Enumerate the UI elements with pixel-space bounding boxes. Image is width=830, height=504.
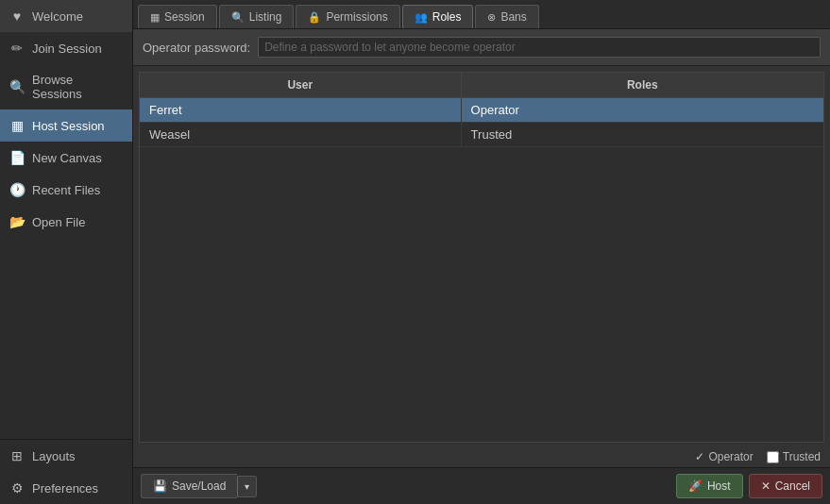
trusted-checkbox-label: Trusted bbox=[783, 450, 821, 463]
checkbox-operator[interactable]: ✓ Operator bbox=[695, 450, 753, 463]
browse-sessions-icon: 🔍 bbox=[9, 79, 25, 94]
table-row[interactable]: Ferret Operator bbox=[140, 98, 823, 123]
cancel-button[interactable]: ✕ Cancel bbox=[749, 474, 822, 498]
roles-table: User Roles Ferret Operator Weasel Truste… bbox=[140, 73, 823, 147]
col-user: User bbox=[140, 73, 461, 98]
role-checkboxes-row: ✓ Operator Trusted bbox=[133, 446, 830, 467]
bans-tab-icon: ⊗ bbox=[487, 11, 496, 24]
sidebar-label-welcome: Welcome bbox=[32, 9, 83, 24]
sidebar-main-items: ♥ Welcome ✏ Join Session 🔍 Browse Sessio… bbox=[0, 0, 132, 238]
sidebar-bottom: ⊞ Layouts ⚙ Preferences bbox=[0, 439, 132, 504]
sidebar-label-open-file: Open File bbox=[32, 215, 85, 229]
sidebar-label-layouts: Layouts bbox=[32, 449, 76, 463]
cell-role-0: Operator bbox=[461, 98, 823, 123]
cancel-label: Cancel bbox=[775, 479, 810, 493]
session-tab-label: Session bbox=[164, 10, 205, 24]
tab-listing[interactable]: 🔍 Listing bbox=[219, 5, 295, 28]
table-row[interactable]: Weasel Trusted bbox=[140, 123, 823, 147]
col-roles: Roles bbox=[461, 73, 823, 98]
permissions-tab-icon: 🔒 bbox=[308, 11, 321, 24]
action-buttons: 🚀 Host ✕ Cancel bbox=[676, 474, 822, 498]
main-panel: ▦ Session 🔍 Listing 🔒 Permissions 👥 Role… bbox=[133, 0, 830, 504]
tab-bar: ▦ Session 🔍 Listing 🔒 Permissions 👥 Role… bbox=[133, 0, 830, 29]
sidebar-item-host-session[interactable]: ▦ Host Session bbox=[0, 109, 132, 142]
password-label: Operator password: bbox=[143, 41, 250, 55]
save-icon: 💾 bbox=[153, 479, 167, 493]
tab-bans[interactable]: ⊗ Bans bbox=[475, 5, 538, 28]
checkbox-trusted[interactable]: Trusted bbox=[767, 450, 821, 463]
tab-roles[interactable]: 👥 Roles bbox=[402, 5, 474, 28]
sidebar-item-recent-files[interactable]: 🕐 Recent Files bbox=[0, 174, 132, 206]
tab-session[interactable]: ▦ Session bbox=[138, 5, 217, 28]
save-load-button[interactable]: 💾 Save/Load bbox=[141, 474, 237, 498]
host-icon: 🚀 bbox=[688, 479, 703, 493]
operator-check-icon: ✓ bbox=[695, 450, 704, 463]
bottom-bar: 💾 Save/Load ▾ 🚀 Host ✕ Cancel bbox=[133, 467, 830, 504]
roles-tab-icon: 👥 bbox=[415, 11, 428, 24]
trusted-checkbox-input[interactable] bbox=[767, 451, 779, 463]
welcome-icon: ♥ bbox=[9, 8, 25, 24]
save-load-label: Save/Load bbox=[172, 479, 226, 493]
open-file-icon: 📂 bbox=[9, 214, 25, 229]
save-load-group: 💾 Save/Load ▾ bbox=[141, 474, 257, 498]
cell-role-1: Trusted bbox=[461, 123, 823, 147]
roles-tab-label: Roles bbox=[432, 10, 462, 24]
table-header: User Roles bbox=[140, 73, 823, 98]
listing-tab-label: Listing bbox=[249, 10, 282, 24]
bans-tab-label: Bans bbox=[500, 10, 526, 24]
session-tab-icon: ▦ bbox=[150, 11, 160, 24]
table-body: Ferret Operator Weasel Trusted bbox=[140, 98, 823, 147]
preferences-icon: ⚙ bbox=[9, 480, 25, 496]
cancel-icon: ✕ bbox=[761, 479, 771, 493]
join-session-icon: ✏ bbox=[9, 41, 25, 56]
sidebar-item-browse-sessions[interactable]: 🔍 Browse Sessions bbox=[0, 64, 132, 109]
tab-permissions[interactable]: 🔒 Permissions bbox=[296, 5, 399, 28]
host-session-icon: ▦ bbox=[9, 118, 25, 133]
cell-user-0: Ferret bbox=[140, 98, 461, 123]
sidebar-label-host-session: Host Session bbox=[32, 119, 105, 133]
listing-tab-icon: 🔍 bbox=[231, 11, 245, 24]
sidebar-label-preferences: Preferences bbox=[32, 481, 98, 496]
host-label: Host bbox=[707, 479, 731, 493]
roles-table-container: User Roles Ferret Operator Weasel Truste… bbox=[139, 72, 824, 443]
host-button[interactable]: 🚀 Host bbox=[676, 474, 743, 498]
layouts-icon: ⊞ bbox=[9, 448, 25, 463]
sidebar-item-new-canvas[interactable]: 📄 New Canvas bbox=[0, 142, 132, 174]
sidebar: ♥ Welcome ✏ Join Session 🔍 Browse Sessio… bbox=[0, 0, 133, 504]
operator-password-input[interactable] bbox=[258, 37, 821, 58]
sidebar-label-join-session: Join Session bbox=[32, 42, 102, 56]
sidebar-item-layouts[interactable]: ⊞ Layouts bbox=[0, 440, 132, 472]
sidebar-item-open-file[interactable]: 📂 Open File bbox=[0, 206, 132, 238]
sidebar-label-browse-sessions: Browse Sessions bbox=[32, 73, 123, 101]
save-load-dropdown-arrow[interactable]: ▾ bbox=[237, 476, 257, 497]
sidebar-item-welcome[interactable]: ♥ Welcome bbox=[0, 0, 132, 32]
recent-files-icon: 🕐 bbox=[9, 182, 25, 197]
sidebar-label-recent-files: Recent Files bbox=[32, 183, 100, 197]
password-row: Operator password: bbox=[133, 29, 830, 66]
sidebar-item-join-session[interactable]: ✏ Join Session bbox=[0, 32, 132, 64]
cell-user-1: Weasel bbox=[140, 123, 461, 147]
permissions-tab-label: Permissions bbox=[326, 10, 387, 24]
sidebar-label-new-canvas: New Canvas bbox=[32, 151, 102, 165]
new-canvas-icon: 📄 bbox=[9, 150, 25, 165]
operator-checkbox-label: Operator bbox=[708, 450, 753, 463]
sidebar-item-preferences[interactable]: ⚙ Preferences bbox=[0, 472, 132, 504]
